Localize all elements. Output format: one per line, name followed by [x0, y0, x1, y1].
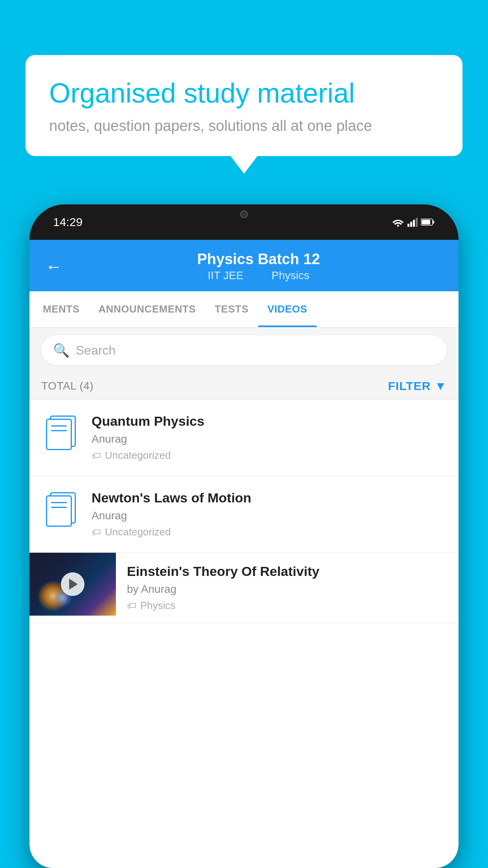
video-title: Einstein's Theory Of Relativity	[127, 564, 447, 579]
total-count-label: TOTAL (4)	[41, 380, 94, 392]
play-icon	[69, 579, 78, 590]
video-list: Quantum Physics Anurag 🏷 Uncategorized	[29, 399, 459, 623]
phone-frame: 14:29	[29, 204, 459, 868]
status-icons	[392, 217, 435, 227]
phone-notch	[220, 204, 268, 224]
video-author: by Anurag	[127, 583, 447, 596]
header-title-block: Physics Batch 12 IIT JEE Physics	[74, 251, 443, 282]
svg-rect-3	[413, 220, 415, 227]
signal-icon	[407, 217, 418, 227]
video-info: Einstein's Theory Of Relativity by Anura…	[127, 553, 447, 623]
search-bar[interactable]: 🔍 Search	[41, 335, 447, 365]
filter-button[interactable]: FILTER ▼	[388, 379, 447, 393]
front-camera	[240, 210, 248, 218]
tab-videos[interactable]: VIDEOS	[258, 291, 317, 327]
svg-rect-6	[433, 221, 434, 224]
video-tag: 🏷 Uncategorized	[92, 449, 447, 462]
batch-title: Physics Batch 12	[74, 251, 443, 268]
svg-point-0	[397, 225, 399, 227]
video-info: Newton's Laws of Motion Anurag 🏷 Uncateg…	[92, 490, 447, 538]
speech-bubble-subtitle: notes, question papers, solutions all at…	[49, 118, 439, 134]
back-button[interactable]: ←	[45, 257, 62, 276]
filter-bar: TOTAL (4) FILTER ▼	[29, 373, 459, 399]
tab-tests[interactable]: TESTS	[205, 291, 258, 327]
video-thumbnail-icon	[41, 490, 81, 530]
tag-label: Physics	[140, 600, 176, 612]
header-subtitle-iit: IIT JEE	[207, 269, 243, 281]
tab-ments[interactable]: MENTS	[33, 291, 89, 327]
tab-bar: MENTS ANNOUNCEMENTS TESTS VIDEOS	[29, 291, 459, 327]
document-icon	[46, 492, 76, 528]
doc-icon-front	[46, 419, 72, 450]
search-icon: 🔍	[53, 342, 70, 358]
video-item[interactable]: Newton's Laws of Motion Anurag 🏷 Uncateg…	[29, 476, 459, 553]
tag-label: Uncategorized	[105, 526, 171, 538]
svg-rect-2	[410, 222, 412, 227]
battery-icon	[421, 218, 435, 226]
search-container: 🔍 Search	[29, 327, 459, 373]
search-placeholder: Search	[76, 343, 116, 358]
video-author: Anurag	[92, 509, 447, 522]
video-info: Quantum Physics Anurag 🏷 Uncategorized	[92, 414, 447, 462]
tab-announcements[interactable]: ANNOUNCEMENTS	[89, 291, 205, 327]
phone-screen: ← Physics Batch 12 IIT JEE Physics MENTS…	[29, 240, 459, 868]
app-header: ← Physics Batch 12 IIT JEE Physics	[29, 240, 459, 291]
video-thumbnail	[29, 553, 116, 616]
video-title: Newton's Laws of Motion	[92, 490, 447, 506]
video-title: Quantum Physics	[92, 414, 447, 429]
wifi-icon	[392, 217, 404, 227]
speech-bubble-title: Organised study material	[49, 77, 439, 110]
video-thumbnail-icon	[41, 414, 81, 453]
play-button[interactable]	[61, 572, 84, 596]
svg-rect-7	[422, 220, 430, 224]
video-tag: 🏷 Physics	[127, 600, 447, 612]
header-subtitle-separator	[256, 269, 262, 281]
tag-icon: 🏷	[92, 450, 101, 461]
video-item[interactable]: Quantum Physics Anurag 🏷 Uncategorized	[29, 399, 459, 476]
doc-icon-front	[46, 495, 72, 527]
document-icon	[46, 416, 76, 451]
speech-bubble: Organised study material notes, question…	[26, 55, 462, 156]
video-item[interactable]: Einstein's Theory Of Relativity by Anura…	[29, 553, 459, 623]
tag-icon: 🏷	[127, 600, 136, 611]
filter-label: FILTER	[388, 379, 431, 393]
batch-subtitle: IIT JEE Physics	[74, 269, 443, 282]
status-time: 14:29	[53, 215, 83, 229]
status-bar: 14:29	[29, 204, 459, 240]
svg-rect-4	[416, 218, 418, 227]
speech-bubble-container: Organised study material notes, question…	[26, 55, 462, 156]
video-author: Anurag	[92, 433, 447, 445]
filter-icon: ▼	[435, 379, 447, 393]
svg-rect-1	[407, 224, 409, 227]
tag-icon: 🏷	[92, 527, 101, 538]
tag-label: Uncategorized	[105, 449, 171, 462]
video-tag: 🏷 Uncategorized	[92, 526, 447, 538]
header-subtitle-physics: Physics	[272, 269, 309, 281]
